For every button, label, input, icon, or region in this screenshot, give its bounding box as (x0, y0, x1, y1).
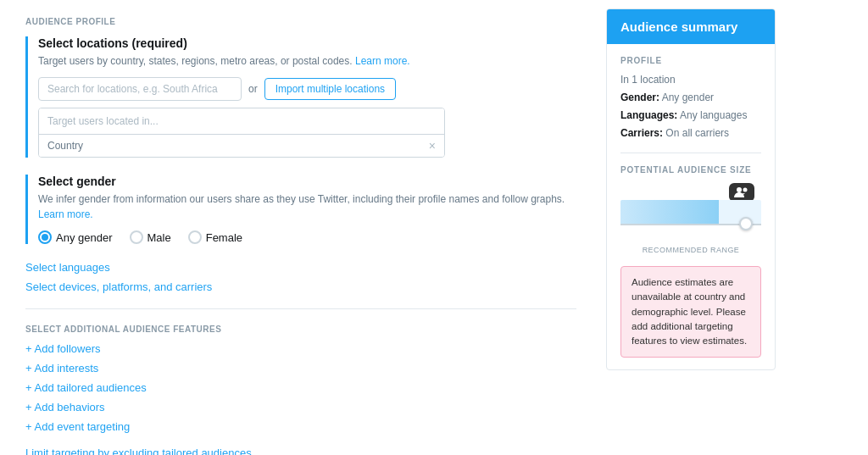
location-search-row: or Import multiple locations (38, 77, 576, 101)
gender-male-label: Male (147, 231, 171, 244)
profile-carriers: Carriers: On all carriers (620, 125, 761, 141)
divider (25, 308, 576, 309)
radio-female (188, 230, 202, 244)
add-interests-link[interactable]: + Add interests (25, 362, 576, 375)
profile-location: In 1 location (620, 72, 761, 87)
gender-learn-more[interactable]: Learn more. (38, 208, 93, 220)
gender-options: Any gender Male Female (38, 230, 576, 244)
svg-point-0 (737, 187, 742, 192)
summary-header: Audience summary (607, 9, 775, 44)
limit-tailored-link[interactable]: Limit targeting by excluding tailored au… (25, 447, 576, 455)
or-text: or (248, 83, 258, 95)
gender-block: Select gender We infer gender from infor… (25, 175, 576, 244)
audience-summary-card: Audience summary PROFILE In 1 location G… (606, 8, 776, 370)
radio-any (38, 230, 52, 244)
gender-option-any[interactable]: Any gender (38, 230, 113, 244)
location-search-input[interactable] (38, 77, 242, 101)
chart-range-label: RECOMMENDED RANGE (620, 246, 761, 254)
location-tag-label: Country (47, 140, 429, 152)
chart-section: POTENTIAL AUDIENCE SIZE (620, 153, 761, 254)
gender-option-male[interactable]: Male (130, 230, 171, 244)
gender-option-female[interactable]: Female (188, 230, 242, 244)
gender-title: Select gender (38, 175, 576, 188)
chart-fill (620, 200, 719, 225)
people-icon-bubble (729, 183, 754, 202)
chart-area (620, 183, 761, 242)
location-box: Target users located in... Country × (38, 108, 445, 158)
feature-list: + Add followers + Add interests + Add ta… (25, 342, 576, 433)
location-box-header: Target users located in... (39, 108, 444, 135)
import-locations-button[interactable]: Import multiple locations (264, 78, 396, 100)
gender-female-label: Female (206, 231, 242, 244)
location-tag-remove[interactable]: × (429, 140, 436, 152)
locations-title: Select locations (required) (38, 36, 576, 50)
chart-label: POTENTIAL AUDIENCE SIZE (620, 165, 761, 175)
select-languages-link[interactable]: Select languages (25, 261, 576, 274)
profile-section-title: PROFILE (620, 56, 761, 65)
add-event-targeting-link[interactable]: + Add event targeting (25, 420, 576, 433)
additional-features-label: SELECT ADDITIONAL AUDIENCE FEATURES (25, 325, 576, 334)
profile-gender: Gender: Any gender (620, 90, 761, 105)
gender-any-label: Any gender (56, 231, 113, 244)
targeting-links: Select languages Select devices, platfor… (25, 261, 576, 293)
location-tag-row: Country × (39, 135, 444, 157)
warning-box: Audience estimates are unavailable at co… (620, 266, 761, 358)
locations-desc: Target users by country, states, regions… (38, 53, 576, 69)
chart-slider[interactable] (739, 217, 753, 230)
gender-desc: We infer gender from information our use… (38, 191, 576, 222)
audience-profile-label: AUDIENCE PROFILE (25, 17, 576, 26)
radio-male (130, 230, 143, 244)
locations-learn-more[interactable]: Learn more. (355, 55, 410, 67)
svg-point-1 (743, 188, 748, 192)
sidebar: Audience summary PROFILE In 1 location G… (593, 8, 788, 455)
add-followers-link[interactable]: + Add followers (25, 342, 576, 355)
select-devices-link[interactable]: Select devices, platforms, and carriers (25, 280, 576, 293)
summary-body: PROFILE In 1 location Gender: Any gender… (607, 44, 775, 369)
add-behaviors-link[interactable]: + Add behaviors (25, 401, 576, 413)
profile-languages: Languages: Any languages (620, 108, 761, 123)
locations-block: Select locations (required) Target users… (25, 36, 576, 158)
add-tailored-audiences-link[interactable]: + Add tailored audiences (25, 381, 576, 394)
